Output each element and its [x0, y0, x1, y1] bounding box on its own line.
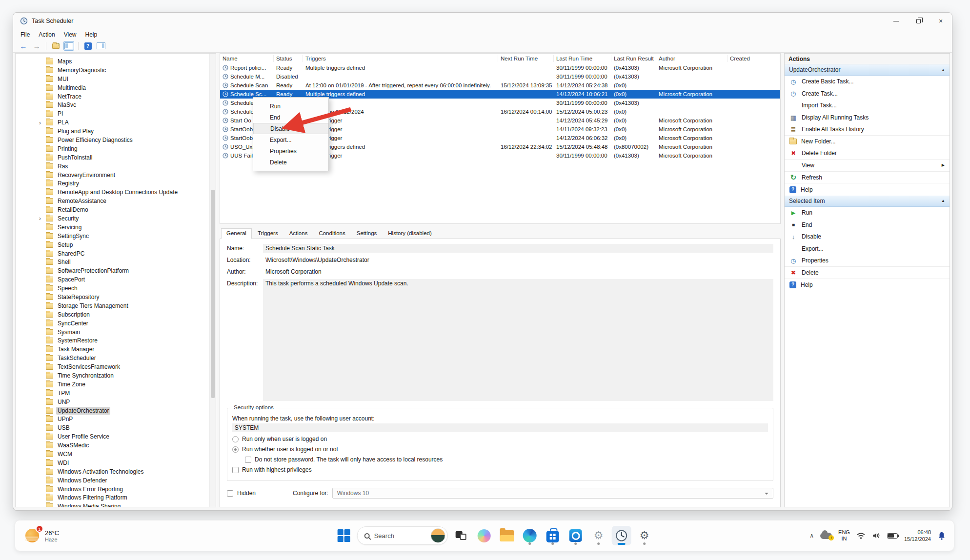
action-item[interactable]: Delete: [785, 267, 950, 279]
actions-section-header-selected-item[interactable]: Selected Item ▲: [785, 196, 950, 207]
collapse-caret-icon[interactable]: ▲: [941, 68, 945, 72]
up-level-folder-icon[interactable]: ↑: [50, 41, 61, 51]
tree-item[interactable]: › Storage Tiers Management: [16, 301, 216, 310]
tree-item[interactable]: › TextServicesFramework: [16, 362, 216, 371]
tree-item[interactable]: › RemoteApp and Desktop Connections Upda…: [16, 188, 216, 197]
task-scheduler-icon[interactable]: [612, 526, 631, 545]
notification-bell-icon[interactable]: [937, 531, 946, 540]
close-button[interactable]: ×: [930, 13, 952, 29]
forward-icon[interactable]: →: [31, 41, 42, 51]
tree-item[interactable]: › NetTrace: [16, 92, 216, 101]
tree-item[interactable]: › Windows Filtering Platform: [16, 494, 216, 502]
menu-item[interactable]: Help: [81, 30, 102, 39]
tree-item[interactable]: › Registry: [16, 179, 216, 188]
search-box[interactable]: Search: [357, 526, 448, 545]
menu-item[interactable]: File: [16, 30, 34, 39]
tree-item[interactable]: › Plug and Play: [16, 127, 216, 136]
tree-item[interactable]: › WCM: [16, 450, 216, 459]
tray-chevron-icon[interactable]: ∧: [809, 532, 814, 539]
tree-item[interactable]: › UPnP: [16, 415, 216, 424]
tree-item[interactable]: › Time Synchronization: [16, 371, 216, 380]
action-item[interactable]: Help: [785, 183, 950, 196]
tree-item[interactable]: › PushToInstall: [16, 153, 216, 162]
task-row[interactable]: Schedule Scan Ready At 12:00 on 01/01/20…: [220, 81, 780, 90]
checkbox-hidden[interactable]: [227, 490, 233, 497]
radio-run-logged-on-or-not[interactable]: [232, 446, 239, 453]
tree-item[interactable]: › NlaSvc: [16, 100, 216, 109]
tree-item[interactable]: › Sysmain: [16, 328, 216, 337]
tree-item[interactable]: › SoftwareProtectionPlatform: [16, 266, 216, 275]
column-header[interactable]: Created: [728, 55, 780, 62]
action-item[interactable]: Display All Running Tasks: [785, 112, 950, 124]
column-header[interactable]: Last Run Result: [611, 55, 656, 62]
tree-item[interactable]: › RemoteAssistance: [16, 197, 216, 205]
tree-item[interactable]: › Ras: [16, 162, 216, 171]
action-item[interactable]: Export...: [785, 243, 950, 255]
weather-widget[interactable]: 1 26°C Haze: [24, 527, 59, 544]
store-icon[interactable]: [543, 526, 563, 545]
context-menu-item[interactable]: Export...: [253, 134, 328, 145]
task-row[interactable]: Schedule M... Disabled 30/11/1999 00:00:…: [220, 72, 780, 81]
action-item[interactable]: Run: [785, 207, 950, 219]
tree-item[interactable]: › SharedPC: [16, 249, 216, 258]
checkbox-highest-privileges[interactable]: [232, 467, 239, 473]
tree-item[interactable]: › PI: [16, 109, 216, 118]
language-indicator[interactable]: ENGIN: [838, 529, 850, 542]
minimize-button[interactable]: [885, 13, 907, 29]
tab[interactable]: Triggers: [252, 228, 283, 239]
configure-for-dropdown[interactable]: Windows 10: [332, 488, 773, 499]
settings-gear-icon[interactable]: ⚙: [635, 526, 654, 545]
restore-button[interactable]: [907, 13, 930, 29]
back-icon[interactable]: ←: [18, 41, 29, 51]
tree-item[interactable]: › Task Manager: [16, 345, 216, 354]
tree-item[interactable]: › MemoryDiagnostic: [16, 66, 216, 75]
column-header[interactable]: Last Run Time: [554, 55, 611, 62]
tree-item[interactable]: › Windows Activation Technologies: [16, 467, 216, 476]
action-item[interactable]: Refresh: [785, 172, 950, 184]
collapse-caret-icon[interactable]: ▲: [941, 199, 945, 203]
tree-item[interactable]: › Windows Error Reporting: [16, 485, 216, 494]
chevron-right-icon[interactable]: ›: [37, 215, 43, 221]
tree-scrollbar-thumb[interactable]: [211, 190, 215, 398]
menu-item[interactable]: View: [60, 30, 81, 39]
wifi-icon[interactable]: [856, 532, 866, 540]
tab[interactable]: History (disabled): [383, 228, 437, 239]
help-icon[interactable]: ?: [82, 41, 93, 51]
tree-item[interactable]: › Speech: [16, 284, 216, 293]
tree-item[interactable]: › UNP: [16, 398, 216, 406]
action-item[interactable]: Delete Folder: [785, 148, 950, 160]
tree-item[interactable]: › PLA: [16, 118, 216, 127]
tab[interactable]: General: [221, 228, 252, 239]
tree-item[interactable]: › Security: [16, 214, 216, 223]
context-menu-item[interactable]: Disable: [253, 123, 328, 134]
tree-item[interactable]: › MUI: [16, 75, 216, 83]
chevron-right-icon[interactable]: ›: [37, 120, 43, 126]
column-header[interactable]: Author: [656, 55, 728, 62]
action-item[interactable]: Disable: [785, 231, 950, 243]
tree-item[interactable]: › TPM: [16, 389, 216, 398]
tab[interactable]: Settings: [351, 228, 383, 239]
tree-item[interactable]: › UpdateOrchestrator: [16, 406, 216, 415]
tree-item[interactable]: › Windows Media Sharing: [16, 502, 216, 507]
tree-item[interactable]: › SystemRestore: [16, 337, 216, 345]
tree-item[interactable]: › Maps: [16, 57, 216, 66]
start-icon[interactable]: [334, 526, 354, 545]
tree-item[interactable]: › SpacePort: [16, 275, 216, 284]
task-view-icon[interactable]: [451, 526, 471, 545]
outlook-icon[interactable]: [566, 526, 586, 545]
action-item[interactable]: View: [785, 160, 950, 172]
copilot-icon[interactable]: [474, 526, 494, 545]
context-menu-item[interactable]: End: [253, 112, 328, 123]
tree-item[interactable]: › WDI: [16, 459, 216, 467]
task-row[interactable]: Report polici... Ready Multiple triggers…: [220, 63, 780, 72]
services-gear-icon[interactable]: ⚙: [589, 526, 608, 545]
tree-item[interactable]: › Setup: [16, 240, 216, 249]
context-menu-item[interactable]: Delete: [253, 157, 328, 168]
file-explorer-icon[interactable]: [497, 526, 517, 545]
column-header[interactable]: Name: [220, 55, 274, 62]
action-item[interactable]: Create Basic Task...: [785, 76, 950, 88]
tree-item[interactable]: › StateRepository: [16, 293, 216, 301]
tree-item[interactable]: › USB: [16, 423, 216, 432]
action-item[interactable]: New Folder...: [785, 136, 950, 148]
tree-item[interactable]: › User Profile Service: [16, 432, 216, 441]
